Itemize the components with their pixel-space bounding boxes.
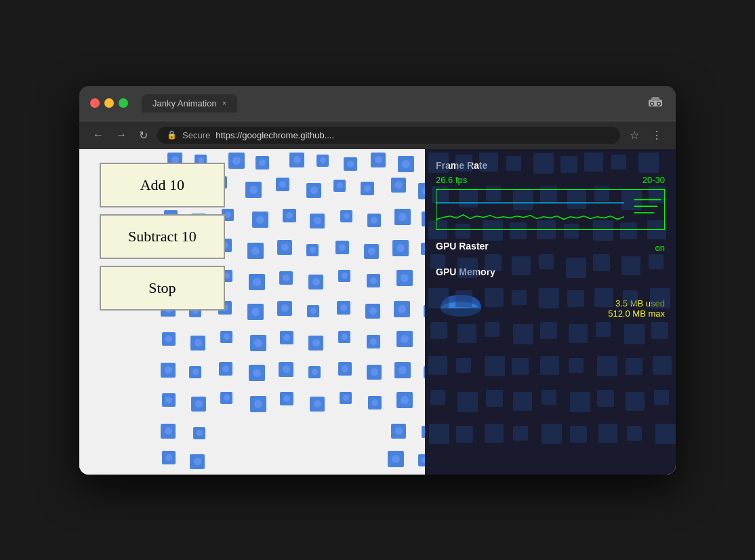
blue-square <box>388 451 404 467</box>
blue-square <box>162 332 176 346</box>
blue-square <box>162 451 176 464</box>
blue-square <box>310 397 325 412</box>
blue-square <box>394 209 411 225</box>
close-button[interactable] <box>90 98 100 108</box>
blue-square <box>418 183 425 199</box>
dark-square <box>430 390 445 405</box>
dark-square <box>653 356 672 375</box>
back-button[interactable]: ← <box>90 127 106 142</box>
blue-square <box>317 155 329 167</box>
dark-square <box>513 324 533 344</box>
gpu-memory-label: GPU Memory <box>436 266 665 277</box>
frame-graph <box>436 189 665 230</box>
tab-close-icon[interactable]: × <box>222 99 226 107</box>
stats-panel: Frame Rate 26.6 fps 20-30 <box>425 149 676 475</box>
address-input[interactable]: 🔒 Secure https://googlechrome.github.... <box>157 127 620 144</box>
dark-square <box>598 424 617 443</box>
forward-button[interactable]: → <box>113 127 129 142</box>
browser-window: Janky Animation × ← → ↻ 🔒 Secure https:/… <box>79 86 676 475</box>
dark-square <box>513 392 532 411</box>
dark-square <box>542 424 562 444</box>
minimize-button[interactable] <box>104 98 114 108</box>
blue-square <box>279 271 293 285</box>
browser-tab[interactable]: Janky Animation × <box>142 94 237 113</box>
incognito-icon <box>646 94 665 113</box>
dark-square <box>540 322 557 339</box>
dark-square <box>542 390 556 405</box>
blue-square <box>361 182 374 195</box>
stop-button[interactable]: Stop <box>100 266 225 311</box>
blue-square <box>340 210 352 222</box>
frame-rate-label: Frame Rate <box>436 160 665 171</box>
blue-square <box>193 427 205 439</box>
dark-square <box>457 392 478 412</box>
blue-square <box>308 275 323 289</box>
blue-square <box>371 153 386 167</box>
maximize-button[interactable] <box>119 98 128 108</box>
blue-square <box>368 396 382 409</box>
dark-square <box>597 356 617 376</box>
gpu-raster-label: GPU Raster <box>436 241 489 252</box>
bookmark-icon[interactable]: ☆ <box>627 127 642 143</box>
blue-square <box>161 363 176 378</box>
blue-square <box>310 214 325 228</box>
memory-max: 512.0 MB max <box>608 308 665 319</box>
blue-square <box>247 304 264 320</box>
dark-square <box>429 424 449 444</box>
dark-square <box>597 390 614 407</box>
frame-rate-section: Frame Rate 26.6 fps 20-30 <box>436 160 665 230</box>
blue-square <box>220 392 232 404</box>
blue-square <box>338 331 350 343</box>
blue-square <box>228 153 245 169</box>
dark-square <box>485 424 504 443</box>
blue-square <box>394 301 410 317</box>
tab-area: Janky Animation × <box>142 94 638 113</box>
blue-square <box>306 244 319 256</box>
blue-square <box>418 454 425 466</box>
subtract10-button[interactable]: Subtract 10 <box>100 214 225 259</box>
dark-square <box>570 426 587 443</box>
dark-square <box>486 390 503 407</box>
dark-square <box>655 424 676 444</box>
dark-square <box>624 324 645 344</box>
dark-square <box>627 426 642 441</box>
blue-square <box>279 362 293 377</box>
dark-square <box>570 392 590 412</box>
blue-square <box>280 392 293 405</box>
reload-button[interactable]: ↻ <box>136 127 150 143</box>
blue-square <box>396 331 413 347</box>
blue-square <box>367 335 380 348</box>
url-display: https://googlechrome.github.... <box>216 130 611 140</box>
blue-square <box>250 335 266 351</box>
fps-row: 26.6 fps 20-30 <box>436 175 665 185</box>
blue-square <box>307 305 319 317</box>
blue-square <box>280 331 293 344</box>
blue-square <box>392 240 409 256</box>
add10-button[interactable]: Add 10 <box>100 163 225 207</box>
dark-square <box>456 358 471 373</box>
blue-square <box>189 366 201 378</box>
dark-square <box>596 322 611 337</box>
memory-chart <box>436 281 487 319</box>
menu-icon[interactable]: ⋮ <box>649 127 665 143</box>
svg-point-4 <box>651 102 653 104</box>
lock-icon: 🔒 <box>167 130 177 140</box>
blue-square <box>277 240 292 255</box>
animation-canvas: Add 10 Subtract 10 Stop <box>79 149 425 475</box>
fps-value: 26.6 fps <box>436 175 467 185</box>
address-bar: ← → ↻ 🔒 Secure https://googlechrome.gith… <box>79 121 676 149</box>
gpu-raster-section: GPU Raster on <box>436 241 665 256</box>
svg-point-5 <box>658 102 660 104</box>
blue-square <box>344 157 357 171</box>
blue-square <box>306 183 321 198</box>
gpu-raster-row: GPU Raster on <box>436 241 665 256</box>
blue-square <box>162 393 176 407</box>
blue-square <box>333 180 346 192</box>
secure-label: Secure <box>182 130 210 140</box>
blue-square <box>391 424 406 439</box>
blue-square <box>289 153 304 167</box>
blue-square <box>190 454 205 469</box>
blue-square <box>367 214 381 227</box>
blue-square <box>249 365 265 381</box>
blue-square <box>249 274 265 290</box>
